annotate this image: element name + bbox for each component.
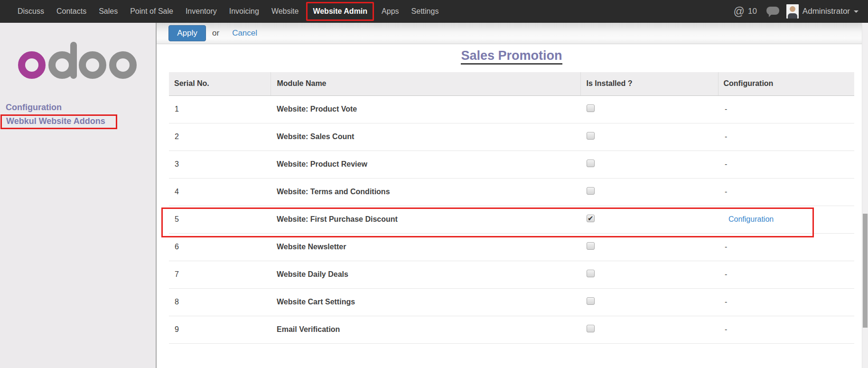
nav-item-apps[interactable]: Apps	[375, 0, 405, 23]
module-name-cell: Website Daily Deals	[271, 261, 580, 288]
table-row: 8 Website Cart Settings -	[169, 288, 854, 316]
nav-item-point-of-sale[interactable]: Point of Sale	[124, 0, 179, 23]
sidebar: Configuration Webkul Website Addons	[0, 23, 157, 368]
installed-checkbox[interactable]	[587, 215, 595, 222]
module-name-cell: Website: Sales Count	[271, 123, 580, 151]
logo-letter-o-magenta	[18, 51, 46, 79]
table-row: 1 Website: Product Vote -	[169, 95, 854, 123]
configuration-dash: -	[725, 132, 727, 141]
module-name-cell: Website: Product Vote	[271, 95, 580, 123]
table-row: 9 Email Verification -	[169, 316, 854, 343]
serial-cell: 2	[169, 123, 271, 151]
main-menu: DiscussContactsSalesPoint of SaleInvento…	[11, 0, 445, 23]
configuration-dash: -	[725, 325, 727, 333]
configuration-dash: -	[725, 270, 727, 278]
table-row: 3 Website: Product Review -	[169, 151, 854, 178]
header-serial-no: Serial No.	[169, 72, 271, 95]
configuration-dash: -	[725, 298, 727, 306]
apply-button[interactable]: Apply	[168, 25, 206, 41]
chat-bubble-icon	[766, 7, 779, 15]
page-title: Sales Promotion	[169, 44, 854, 72]
serial-cell: 4	[169, 178, 271, 206]
nav-item-website-admin[interactable]: Website Admin	[306, 2, 374, 21]
at-icon: @	[734, 6, 745, 17]
configuration-dash: -	[725, 243, 727, 251]
messages-button[interactable]	[766, 6, 780, 17]
avatar	[786, 4, 799, 19]
page-title-text: Sales Promotion	[461, 48, 562, 65]
table-header-row: Serial No. Module Name Is Installed ? Co…	[169, 72, 854, 95]
main-content: Apply or Cancel Sales Promotion Serial N…	[157, 23, 868, 368]
installed-cell	[580, 123, 718, 151]
nav-item-settings[interactable]: Settings	[405, 0, 445, 23]
sidebar-highlight-box: Webkul Website Addons	[0, 114, 117, 129]
toolbar: Apply or Cancel	[157, 23, 868, 44]
chevron-down-icon	[854, 10, 859, 15]
installed-checkbox[interactable]	[587, 187, 595, 195]
configuration-dash: -	[725, 160, 727, 168]
configuration-dash: -	[725, 105, 727, 113]
installed-cell	[580, 233, 718, 261]
configuration-cell: -	[718, 288, 854, 316]
installed-cell	[580, 178, 718, 206]
user-name: Administrator	[803, 7, 850, 16]
sidebar-section-title: Configuration	[6, 103, 156, 113]
configuration-cell: Configuration	[718, 206, 854, 233]
installed-checkbox[interactable]	[587, 270, 595, 277]
module-name-cell: Email Verification	[271, 316, 580, 343]
nav-item-inventory[interactable]: Inventory	[179, 0, 223, 23]
installed-checkbox[interactable]	[587, 242, 595, 250]
page-body: Configuration Webkul Website Addons Appl…	[0, 23, 868, 368]
installed-checkbox[interactable]	[587, 160, 595, 167]
table-row: 7 Website Daily Deals -	[169, 261, 854, 288]
installed-checkbox[interactable]	[587, 297, 595, 305]
nav-item-invoicing[interactable]: Invoicing	[223, 0, 265, 23]
header-configuration: Configuration	[718, 72, 854, 95]
installed-cell	[580, 288, 718, 316]
installed-checkbox[interactable]	[587, 325, 595, 332]
logo-letter-o	[109, 51, 137, 79]
installed-cell	[580, 261, 718, 288]
nav-item-sales[interactable]: Sales	[93, 0, 124, 23]
nav-item-discuss[interactable]: Discuss	[11, 0, 50, 23]
configuration-cell: -	[718, 95, 854, 123]
configuration-cell: -	[718, 178, 854, 206]
serial-cell: 5	[169, 206, 271, 233]
scrollbar-track[interactable]	[862, 23, 868, 368]
modules-table: Serial No. Module Name Is Installed ? Co…	[169, 72, 854, 344]
or-label: or	[212, 28, 219, 38]
installed-cell	[580, 151, 718, 178]
top-navbar: DiscussContactsSalesPoint of SaleInvento…	[0, 0, 868, 23]
header-module-name: Module Name	[271, 72, 580, 95]
module-name-cell: Website: Product Review	[271, 151, 580, 178]
configuration-cell: -	[718, 151, 854, 178]
header-is-installed: Is Installed ?	[580, 72, 718, 95]
serial-cell: 1	[169, 95, 271, 123]
user-menu[interactable]: Administrator	[786, 4, 859, 19]
mention-count: 10	[748, 7, 757, 16]
configuration-cell: -	[718, 316, 854, 343]
configuration-cell: -	[718, 261, 854, 288]
serial-cell: 9	[169, 316, 271, 343]
nav-item-website[interactable]: Website	[265, 0, 305, 23]
odoo-logo	[18, 42, 138, 79]
configuration-cell: -	[718, 233, 854, 261]
content-area: Sales Promotion Serial No. Module Name I…	[169, 44, 854, 344]
scrollbar-thumb[interactable]	[863, 214, 868, 328]
serial-cell: 6	[169, 233, 271, 261]
table-row: 4 Website: Terms and Conditions -	[169, 178, 854, 206]
installed-cell	[580, 316, 718, 343]
module-name-cell: Website: First Purchase Discount	[271, 206, 580, 233]
mentions-indicator[interactable]: @ 10	[734, 6, 757, 17]
logo-letter-o	[79, 51, 106, 79]
table-row: 2 Website: Sales Count -	[169, 123, 854, 151]
configuration-cell: -	[718, 123, 854, 151]
module-name-cell: Website Cart Settings	[271, 288, 580, 316]
nav-item-contacts[interactable]: Contacts	[50, 0, 93, 23]
configuration-link[interactable]: Configuration	[728, 215, 774, 223]
installed-checkbox[interactable]	[587, 132, 595, 140]
sidebar-item-webkul-website-addons[interactable]: Webkul Website Addons	[6, 116, 105, 126]
installed-cell	[580, 95, 718, 123]
cancel-link[interactable]: Cancel	[232, 28, 257, 38]
installed-checkbox[interactable]	[587, 104, 595, 112]
